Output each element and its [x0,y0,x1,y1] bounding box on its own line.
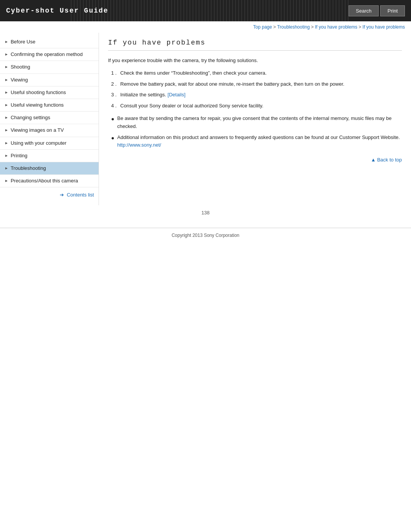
sidebar-item-before-use[interactable]: ► Before Use [0,36,99,48]
breadcrumb: Top page > Troubleshooting > If you have… [0,21,411,33]
footer: Copyright 2013 Sony Corporation [0,228,411,243]
print-button[interactable]: Print [380,5,405,16]
arrow-icon: ► [5,141,8,146]
contents-list-link[interactable]: ➔ Contents list [60,192,94,198]
arrow-icon: ► [5,102,8,108]
bullet-list: ● Be aware that by sending the camera fo… [111,115,402,149]
main-layout: ► Before Use ► Confirming the operation … [0,33,411,205]
sidebar-item-changing-settings[interactable]: ► Changing settings [0,112,99,124]
search-button[interactable]: Search [349,5,379,16]
main-content: If you have problems If you experience t… [99,33,411,205]
page-header: Cyber-shot User Guide Search Print [0,0,411,21]
sidebar-item-troubleshooting[interactable]: ► Troubleshooting [0,162,99,175]
header-decoration [68,0,350,21]
list-item: ● Additional information on this product… [111,134,402,150]
breadcrumb-link-troubleshooting[interactable]: Troubleshooting [277,24,310,30]
sidebar-item-precautions[interactable]: ► Precautions/About this camera [0,175,99,187]
arrow-icon: ► [5,115,8,120]
list-item: 4 . Consult your Sony dealer or local au… [111,102,402,110]
back-to-top-link[interactable]: ▲ Back to top [371,157,402,163]
sidebar-item-viewing-tv[interactable]: ► Viewing images on a TV [0,124,99,137]
details-link[interactable]: [Details] [167,92,185,97]
list-item: 1 . Check the items under “Troubleshooti… [111,69,402,77]
arrow-icon: ► [5,178,8,184]
numbered-list: 1 . Check the items under “Troubleshooti… [111,69,402,110]
copyright-text: Copyright 2013 Sony Corporation [172,233,239,238]
list-item: ● Be aware that by sending the camera fo… [111,115,402,131]
list-item: 3 . Initialize the settings. [Details] [111,91,402,99]
sidebar: ► Before Use ► Confirming the operation … [0,33,99,205]
breadcrumb-link-if-problems[interactable]: If you have problems [315,24,357,30]
arrow-icon: ► [5,52,8,57]
page-title: If you have problems [108,39,402,51]
arrow-icon: ► [5,90,8,95]
sidebar-item-printing[interactable]: ► Printing [0,150,99,162]
list-item: 2 . Remove the battery pack, wait for ab… [111,80,402,88]
intro-text: If you experience trouble with the camer… [108,57,402,65]
sidebar-item-useful-viewing[interactable]: ► Useful viewing functions [0,99,99,112]
sidebar-footer: ➔ Contents list [0,187,99,202]
back-to-top: ▲ Back to top [108,155,402,163]
sidebar-item-confirming[interactable]: ► Confirming the operation method [0,48,99,61]
sony-website-link[interactable]: http://www.sony.net/ [117,142,161,148]
sidebar-item-computer[interactable]: ► Using with your computer [0,137,99,150]
page-number: 138 [0,205,411,220]
arrow-icon: ► [5,128,8,133]
sidebar-item-viewing[interactable]: ► Viewing [0,74,99,86]
app-title: Cyber-shot User Guide [6,7,108,14]
arrow-icon: ► [5,64,8,70]
arrow-icon: ► [5,39,8,45]
arrow-icon: ► [5,77,8,83]
arrow-icon: ► [5,153,8,158]
header-buttons: Search Print [349,5,405,16]
breadcrumb-link-current[interactable]: If you have problems [363,24,405,30]
arrow-icon: ► [5,166,8,171]
breadcrumb-link-top[interactable]: Top page [253,24,272,30]
sidebar-item-useful-shooting[interactable]: ► Useful shooting functions [0,86,99,99]
arrow-right-icon: ➔ [60,192,64,198]
sidebar-item-shooting[interactable]: ► Shooting [0,61,99,73]
